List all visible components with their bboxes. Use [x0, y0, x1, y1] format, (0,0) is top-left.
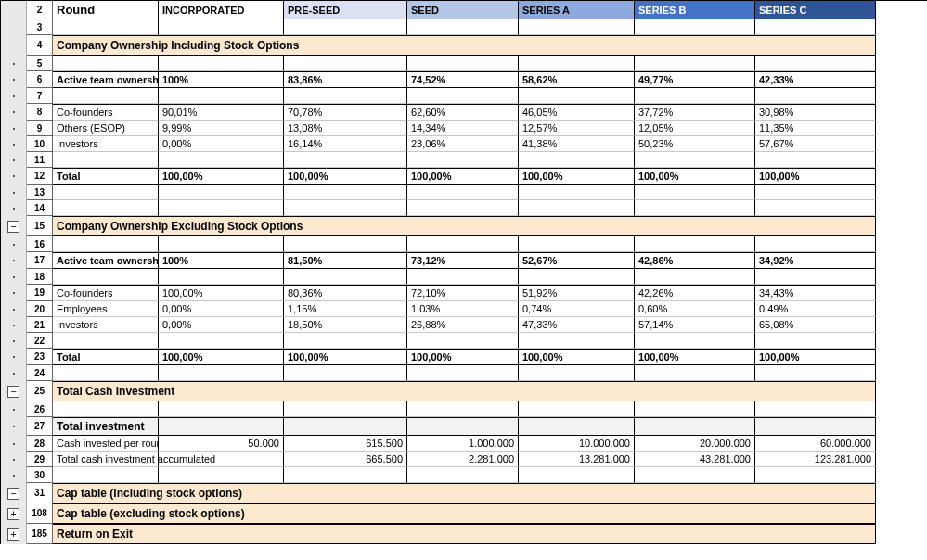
row-header[interactable]: 23: [27, 349, 53, 365]
header-round: Round: [53, 1, 159, 19]
row-header[interactable]: 18: [27, 269, 53, 285]
row-header[interactable]: 29: [27, 452, 53, 467]
outline-gutter: [1, 71, 27, 88]
row-header[interactable]: 30: [27, 467, 53, 483]
row-header[interactable]: 3: [27, 19, 53, 35]
outline-collapse[interactable]: −: [1, 216, 27, 236]
row-header[interactable]: 24: [27, 365, 53, 381]
row-header[interactable]: 7: [27, 88, 53, 104]
spreadsheet-grid: 2 Round INCORPORATED PRE-SEED SEED SERIE…: [0, 0, 927, 544]
value-cell: 49,77%: [635, 71, 755, 88]
empty-cell: [519, 401, 635, 417]
value-cell: 34,43%: [755, 285, 876, 301]
empty-cell: [519, 88, 635, 104]
empty-cell: [755, 401, 876, 417]
value-cell: 51,92%: [519, 285, 635, 301]
outline-gutter: [1, 1, 27, 19]
value-cell: 26,88%: [407, 317, 519, 333]
outline-gutter: [1, 436, 27, 452]
empty-cell: [407, 269, 519, 285]
col-seriesb: SERIES B: [635, 1, 755, 19]
value-cell: 13,08%: [284, 121, 407, 136]
row-header[interactable]: 10: [27, 136, 53, 152]
value-cell: 100,00%: [284, 349, 407, 365]
empty-cell: [519, 19, 635, 35]
row-header[interactable]: 12: [27, 168, 53, 185]
row-header[interactable]: 19: [27, 285, 53, 301]
empty-cell: [159, 269, 284, 285]
empty-cell: [53, 19, 159, 35]
row-header[interactable]: 11: [27, 152, 53, 168]
minus-icon: −: [7, 221, 19, 233]
value-cell: 83,86%: [284, 71, 407, 88]
value-cell: [159, 452, 284, 467]
row-header[interactable]: 8: [27, 104, 53, 121]
value-cell: 42,26%: [635, 285, 755, 301]
empty-cell: [755, 467, 876, 483]
empty-cell: [755, 88, 876, 104]
label-active-team: Active team ownership: [53, 71, 159, 88]
outline-expand[interactable]: +: [1, 524, 27, 544]
row-header[interactable]: 9: [27, 121, 53, 136]
empty-cell: [53, 401, 159, 417]
row-header[interactable]: 2: [27, 1, 53, 19]
empty-cell: [284, 185, 407, 200]
value-cell: 100,00%: [159, 168, 284, 185]
row-header[interactable]: 31: [27, 483, 53, 503]
value-cell: 74,52%: [407, 71, 519, 88]
empty-cell: [159, 185, 284, 200]
empty-cell: [159, 365, 284, 381]
empty-cell: [407, 19, 519, 35]
row-header[interactable]: 4: [27, 35, 53, 56]
row-header[interactable]: 25: [27, 381, 53, 401]
outline-gutter: [1, 19, 27, 35]
outline-collapse[interactable]: −: [1, 381, 27, 401]
row-header[interactable]: 15: [27, 216, 53, 236]
empty-cell: [755, 333, 876, 349]
value-cell: 81,50%: [284, 252, 407, 269]
row-header[interactable]: 28: [27, 436, 53, 452]
empty-cell: [519, 417, 635, 436]
outline-expand[interactable]: +: [1, 503, 27, 524]
row-header[interactable]: 185: [27, 524, 53, 544]
value-cell: 23,06%: [407, 136, 519, 152]
value-cell: 43.281.000: [635, 452, 755, 467]
outline-gutter: [1, 104, 27, 121]
empty-cell: [284, 236, 407, 252]
row-header[interactable]: 13: [27, 185, 53, 200]
value-cell: 62,60%: [407, 104, 519, 121]
row-header[interactable]: 16: [27, 236, 53, 252]
row-header[interactable]: 108: [27, 503, 53, 524]
empty-cell: [519, 185, 635, 200]
plus-icon: +: [7, 528, 19, 541]
outline-gutter: [1, 200, 27, 216]
empty-cell: [407, 88, 519, 104]
label-cofounders: Co-founders: [53, 104, 159, 121]
outline-gutter: [1, 452, 27, 467]
minus-icon: −: [7, 386, 19, 398]
empty-cell: [284, 401, 407, 417]
col-seriesa: SERIES A: [519, 1, 635, 19]
row-header[interactable]: 14: [27, 200, 53, 216]
value-cell: 0,74%: [519, 301, 635, 317]
empty-cell: [284, 56, 407, 71]
empty-cell: [53, 56, 159, 71]
outline-collapse[interactable]: −: [1, 483, 27, 503]
empty-cell: [519, 200, 635, 216]
row-header[interactable]: 26: [27, 401, 53, 417]
row-header[interactable]: 6: [27, 71, 53, 88]
row-header[interactable]: 5: [27, 56, 53, 71]
row-header[interactable]: 22: [27, 333, 53, 349]
outline-gutter: [1, 333, 27, 349]
minus-icon: −: [7, 488, 19, 500]
value-cell: 65,08%: [755, 317, 876, 333]
row-header[interactable]: 27: [27, 417, 53, 436]
row-header[interactable]: 20: [27, 301, 53, 317]
row-header[interactable]: 17: [27, 252, 53, 269]
value-cell: 615.500: [284, 436, 407, 452]
empty-cell: [159, 236, 284, 252]
value-cell: 100,00%: [407, 349, 519, 365]
empty-cell: [284, 200, 407, 216]
row-header[interactable]: 21: [27, 317, 53, 333]
empty-cell: [407, 401, 519, 417]
